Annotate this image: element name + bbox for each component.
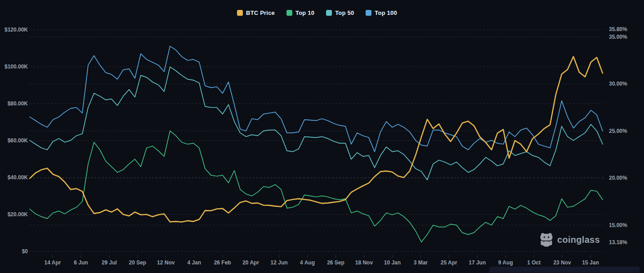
x-axis-label: 23 Nov bbox=[553, 259, 571, 266]
x-axis-label: 15 Jan bbox=[582, 259, 599, 266]
x-axis-label: 20 Sep bbox=[129, 259, 146, 266]
chart-scrollbar[interactable] bbox=[489, 267, 640, 273]
chart-panel: BTC Price Top 10 Top 50 Top 100 bbox=[0, 0, 644, 273]
legend-label: Top 50 bbox=[335, 9, 354, 16]
top-100-swatch-icon bbox=[366, 10, 371, 16]
x-axis-label: 29 Jul bbox=[102, 259, 117, 266]
legend-item-top-100[interactable]: Top 100 bbox=[366, 9, 397, 16]
y-axis-left-label: $40.00K bbox=[0, 174, 28, 181]
y-axis-left-label: $120.00K bbox=[0, 27, 28, 33]
y-axis-right-label: 13.18% bbox=[609, 239, 627, 246]
y-axis-right-label: 35.80% bbox=[609, 26, 627, 32]
y-axis-left-label: $20.00K bbox=[0, 211, 28, 218]
x-axis-label: 4 Aug bbox=[300, 259, 315, 266]
y-axis-right-label: 30.00% bbox=[609, 81, 627, 87]
x-axis-label: 9 Aug bbox=[498, 259, 513, 266]
btc-price-swatch-icon bbox=[237, 10, 243, 16]
y-axis-left-label: $60.00K bbox=[0, 137, 28, 144]
legend-item-top-50[interactable]: Top 50 bbox=[326, 9, 354, 16]
y-axis-right-label: 15.00% bbox=[609, 222, 627, 228]
y-axis-right-label: 25.00% bbox=[609, 128, 627, 134]
y-axis-left-label: $100.00K bbox=[0, 64, 28, 70]
y-axis-right-label: 35.00% bbox=[609, 34, 627, 40]
legend-item-btc-price[interactable]: BTC Price bbox=[237, 9, 275, 16]
top-10-swatch-icon bbox=[286, 10, 292, 16]
legend-item-top-10[interactable]: Top 10 bbox=[286, 9, 314, 16]
legend-label: Top 10 bbox=[295, 9, 314, 16]
x-axis-label: 14 Apr bbox=[45, 259, 61, 266]
x-axis-label: 10 Jan bbox=[384, 259, 401, 266]
y-axis-left-label: $80.00K bbox=[0, 100, 28, 107]
coinglass-bear-icon bbox=[540, 232, 553, 247]
legend-label: BTC Price bbox=[246, 9, 275, 16]
x-axis-label: 26 Sep bbox=[327, 259, 344, 266]
x-axis-label: 17 Jun bbox=[469, 259, 486, 266]
legend-label: Top 100 bbox=[375, 9, 397, 16]
x-axis-label: 18 Nov bbox=[355, 259, 373, 266]
y-axis-left-label: $0 bbox=[0, 248, 28, 255]
x-axis-label: 6 Jun bbox=[74, 259, 88, 266]
x-axis-label: 12 Nov bbox=[157, 259, 174, 266]
top-50-swatch-icon bbox=[326, 10, 332, 16]
x-axis-label: 26 Feb bbox=[214, 259, 231, 266]
chart-legend: BTC Price Top 10 Top 50 Top 100 bbox=[0, 9, 634, 16]
x-axis-label: 12 Jun bbox=[271, 259, 288, 266]
x-axis-label: 20 Apr bbox=[242, 259, 259, 266]
x-axis-label: 3 Mar bbox=[414, 259, 428, 266]
x-axis-label: 4 Jan bbox=[187, 259, 201, 266]
x-axis-label: 1 Oct bbox=[527, 259, 541, 266]
coinglass-watermark: coinglass bbox=[540, 232, 600, 247]
y-axis-right-label: 20.00% bbox=[609, 175, 627, 181]
x-axis-label: 25 Apr bbox=[441, 259, 457, 266]
watermark-label: coinglass bbox=[557, 235, 600, 245]
